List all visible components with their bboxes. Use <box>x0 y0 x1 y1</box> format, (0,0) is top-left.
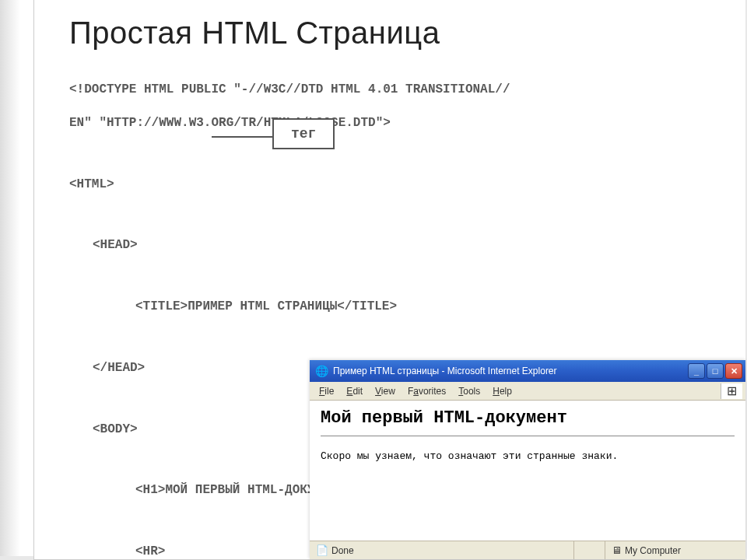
status-zone-text: My Computer <box>625 545 681 556</box>
windows-flag-icon: ⊞ <box>721 383 742 399</box>
rendered-hr <box>321 436 735 436</box>
code-doctype-1: <!DOCTYPE HTML PUBLIC "-//W3C//DTD HTML … <box>69 82 714 99</box>
slide-edge-decor <box>0 0 33 556</box>
browser-statusbar: 📄 Done 🖥 My Computer <box>310 541 745 559</box>
window-buttons: _ □ ✕ <box>688 363 742 379</box>
browser-window: 🌐 Пример HTML страницы - Microsoft Inter… <box>310 360 745 559</box>
menu-file[interactable]: File <box>313 384 340 398</box>
rendered-h1: Мой первый HTML-документ <box>321 408 735 428</box>
browser-page-body: Мой первый HTML-документ Скоро мы узнаем… <box>310 401 745 541</box>
callout-box: тег <box>272 118 335 149</box>
maximize-button[interactable]: □ <box>707 363 724 379</box>
callout-connector <box>212 136 274 138</box>
browser-menubar: File Edit View Favorites Tools Help ⊞ <box>310 382 745 401</box>
code-html-open: <HTML> <box>69 177 714 194</box>
computer-icon: 🖥 <box>612 544 622 556</box>
menu-tools[interactable]: Tools <box>452 384 486 398</box>
code-head-open: <HEAD> <box>69 237 714 254</box>
ie-app-icon: 🌐 <box>314 364 328 378</box>
close-button[interactable]: ✕ <box>725 363 742 379</box>
rendered-paragraph: Скоро мы узнаем, что означают эти странн… <box>321 450 735 462</box>
status-zone-cell: 🖥 My Computer <box>605 541 745 559</box>
done-icon: 📄 <box>316 544 328 556</box>
menu-help[interactable]: Help <box>486 384 518 398</box>
browser-title-text: Пример HTML страницы - Microsoft Interne… <box>333 366 688 376</box>
menu-favorites[interactable]: Favorites <box>402 384 452 398</box>
browser-titlebar: 🌐 Пример HTML страницы - Microsoft Inter… <box>310 360 745 382</box>
page-title: Простая HTML Страница <box>69 16 714 51</box>
minimize-button[interactable]: _ <box>688 363 705 379</box>
status-empty-cell <box>574 541 605 559</box>
status-done-text: Done <box>331 545 354 556</box>
slide-container: Простая HTML Страница <!DOCTYPE HTML PUB… <box>33 0 745 560</box>
code-doctype-2: EN" "http://www.w3.org/TR/html4/loose.dt… <box>69 115 714 132</box>
status-done-cell: 📄 Done <box>310 541 574 559</box>
menu-view[interactable]: View <box>369 384 402 398</box>
code-title: <TITLE>Пример HTML страницы</TITLE> <box>69 299 714 316</box>
menu-edit[interactable]: Edit <box>340 384 369 398</box>
